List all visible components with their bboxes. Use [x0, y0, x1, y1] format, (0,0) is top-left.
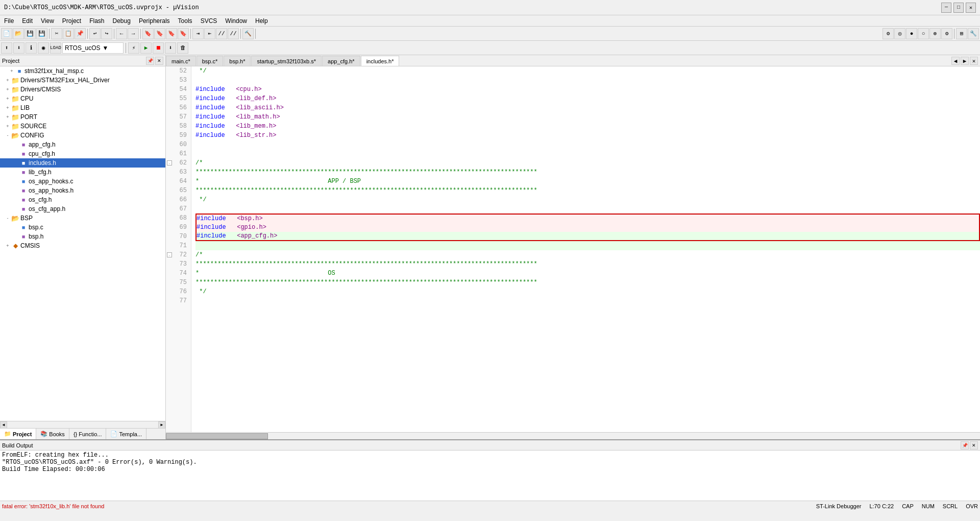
code-line-75[interactable]: ****************************************…	[195, 278, 980, 287]
expand-icon[interactable]: +	[4, 86, 11, 93]
tab-app-cfg-h[interactable]: app_cfg.h*	[322, 56, 360, 66]
fold-btn-72[interactable]: -	[167, 252, 172, 257]
code-editor[interactable]: 52 53 54 55 56 57 58 59 60 61 - 62 63 64	[166, 66, 980, 432]
sidebar-pin-btn[interactable]: 📌	[146, 57, 154, 65]
target-btn2[interactable]: ◉	[38, 42, 49, 54]
tree-node-appcfgh[interactable]: ■ app_cfg.h	[0, 140, 165, 149]
settings-btn[interactable]: 🔧	[968, 28, 979, 39]
run-btn[interactable]: ▶	[140, 42, 152, 54]
uncomment-button[interactable]: //	[228, 28, 239, 39]
tree-node-drivershal[interactable]: + 📁 Drivers/STM32F1xx_HAL_Driver	[0, 76, 165, 85]
build-pin-btn[interactable]: 📌	[961, 441, 969, 449]
nav-fwd-button[interactable]: →	[128, 28, 139, 39]
minimize-button[interactable]: ─	[941, 3, 951, 13]
prev-error-btn[interactable]: ⬆	[1, 42, 12, 54]
next-error-btn[interactable]: ⬇	[13, 42, 24, 54]
paste-button[interactable]: 📌	[75, 28, 86, 39]
tree-node-includesh[interactable]: ■ includes.h	[0, 158, 165, 168]
info-btn[interactable]: ℹ	[26, 42, 37, 54]
code-line-67[interactable]	[195, 204, 980, 214]
view-btn[interactable]: ⊞	[956, 28, 967, 39]
sidebar-tab-project[interactable]: 📁 Project	[0, 429, 36, 440]
sidebar-tab-functions[interactable]: {} Functio...	[69, 429, 107, 440]
redo-button[interactable]: ↪	[101, 28, 112, 39]
undo-button[interactable]: ↩	[89, 28, 101, 39]
maximize-button[interactable]: □	[953, 3, 964, 13]
target-dropdown[interactable]: RTOS_ucOS ▼	[62, 42, 124, 54]
bookmark1-button[interactable]: 🔖	[142, 28, 154, 39]
build-close-btn[interactable]: ✕	[970, 441, 978, 449]
editor-hscroll[interactable]	[166, 432, 980, 439]
save-button[interactable]: 💾	[24, 28, 36, 39]
code-line-56[interactable]: #include <lib_ascii.h>	[195, 103, 980, 112]
debug2-button[interactable]: ○	[918, 28, 929, 39]
stop-btn[interactable]: ⏹	[153, 42, 164, 54]
menu-project[interactable]: Project	[58, 15, 85, 26]
sidebar-close-btn[interactable]: ✕	[155, 57, 163, 65]
tab-bsp-c[interactable]: bsp.c*	[197, 56, 224, 66]
expand-icon[interactable]: +	[4, 123, 11, 130]
menu-svcs[interactable]: SVCS	[197, 15, 222, 26]
code-line-58[interactable]: #include <lib_mem.h>	[195, 122, 980, 131]
wizard-btn[interactable]: ⚡	[128, 42, 139, 54]
code-lines[interactable]: */ #include <cpu.h> #include <l	[191, 66, 980, 432]
menu-view[interactable]: View	[37, 15, 58, 26]
tree-node-port[interactable]: + 📁 PORT	[0, 112, 165, 122]
sidebar-tab-books[interactable]: 📚 Books	[36, 429, 69, 440]
download-btn[interactable]: ⬇	[165, 42, 176, 54]
code-line-68[interactable]: #include <bsp.h>	[195, 214, 980, 223]
menu-help[interactable]: Help	[251, 15, 272, 26]
code-line-61[interactable]	[195, 149, 980, 158]
code-line-54[interactable]: #include <cpu.h>	[195, 85, 980, 94]
tree-node-config[interactable]: - 📂 CONFIG	[0, 131, 165, 140]
code-line-66[interactable]: */	[195, 195, 980, 204]
menu-file[interactable]: File	[0, 15, 18, 26]
menu-flash[interactable]: Flash	[85, 15, 108, 26]
menu-edit[interactable]: Edit	[18, 15, 37, 26]
fold-btn-62[interactable]: -	[167, 160, 172, 165]
code-line-72[interactable]: /*	[195, 250, 980, 259]
tab-scroll-left[interactable]: ◀	[951, 57, 960, 65]
tab-includes-h[interactable]: includes.h*	[361, 56, 400, 66]
build-icon-button[interactable]: 🔨	[242, 28, 254, 39]
tab-scroll-right[interactable]: ▶	[961, 57, 969, 65]
nav-back-button[interactable]: ←	[116, 28, 127, 39]
tree-node-libcfgh[interactable]: ■ lib_cfg.h	[0, 168, 165, 177]
code-line-73[interactable]: ****************************************…	[195, 259, 980, 269]
sidebar-tab-templates[interactable]: 📄 Templa...	[106, 429, 146, 440]
tree-node-bspfolder[interactable]: - 📂 BSP	[0, 214, 165, 223]
menu-debug[interactable]: Debug	[109, 15, 135, 26]
search-button[interactable]: ⚙	[883, 28, 894, 39]
tree-area[interactable]: + ■ stm32f1xx_hal_msp.c + 📁 Drivers/STM3…	[0, 66, 165, 421]
tree-node-oscfgapph[interactable]: ■ os_cfg_app.h	[0, 204, 165, 214]
indent-button[interactable]: ⇥	[192, 28, 204, 39]
code-line-57[interactable]: #include <lib_math.h>	[195, 112, 980, 122]
code-line-74[interactable]: * OS	[195, 269, 980, 278]
tab-bsp-h[interactable]: bsp.h*	[224, 56, 251, 66]
code-line-52[interactable]: */	[195, 66, 980, 76]
cut-button[interactable]: ✂	[51, 28, 62, 39]
tab-startup[interactable]: startup_stm32f103xb.s*	[251, 56, 322, 66]
tree-node-bsph[interactable]: ■ bsp.h	[0, 232, 165, 241]
open-button[interactable]: 📂	[13, 28, 24, 39]
tree-node-cpu[interactable]: + 📁 CPU	[0, 94, 165, 103]
new-button[interactable]: 📄	[1, 28, 12, 39]
bookmark3-button[interactable]: 🔖	[166, 28, 177, 39]
tree-node-bspc[interactable]: ■ bsp.c	[0, 223, 165, 232]
expand-icon[interactable]: +	[4, 77, 11, 84]
debug-button[interactable]: ●	[906, 28, 917, 39]
bookmark4-button[interactable]: 🔖	[178, 28, 189, 39]
erase-btn[interactable]: 🗑	[177, 42, 188, 54]
tab-close[interactable]: ✕	[970, 57, 978, 65]
code-line-77[interactable]	[195, 296, 980, 305]
scroll-right-btn[interactable]: ▶	[158, 421, 165, 429]
menu-peripherals[interactable]: Peripherals	[135, 15, 174, 26]
tree-node-driverscmsis[interactable]: + 📁 Drivers/CMSIS	[0, 85, 165, 94]
load-btn[interactable]: LOAD	[50, 42, 61, 54]
code-line-76[interactable]: */	[195, 287, 980, 296]
tree-node-lib[interactable]: + 📁 LIB	[0, 103, 165, 112]
code-line-59[interactable]: #include <lib_str.h>	[195, 131, 980, 140]
copy-button[interactable]: 📋	[63, 28, 74, 39]
code-line-70[interactable]: #include <app_cfg.h>	[195, 232, 980, 241]
hscroll-thumb[interactable]	[166, 433, 268, 439]
